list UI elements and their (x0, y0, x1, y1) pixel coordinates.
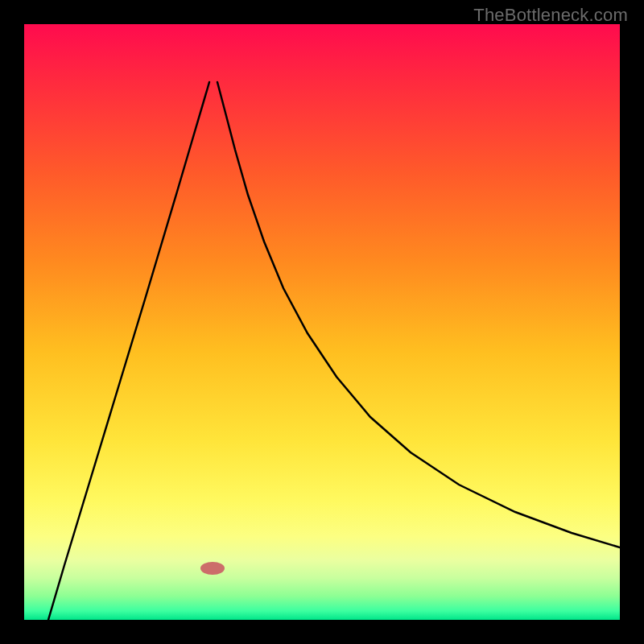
bottleneck-marker-icon (200, 562, 225, 575)
chart-svg (24, 24, 620, 620)
plot-area (24, 24, 620, 620)
watermark-text: TheBottleneck.com (473, 5, 628, 26)
chart-frame: TheBottleneck.com (0, 0, 644, 644)
gradient-background (24, 24, 620, 620)
